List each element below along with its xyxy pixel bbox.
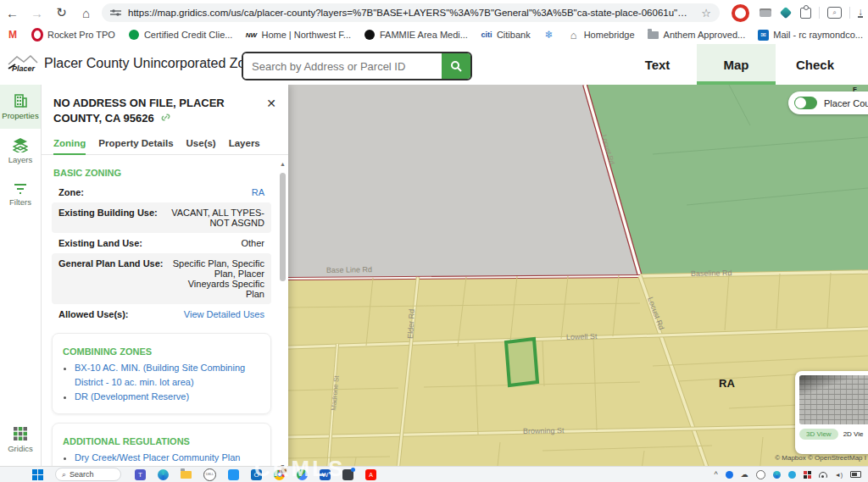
adblock-extension-icon[interactable] — [732, 4, 749, 22]
search-input[interactable] — [243, 53, 442, 79]
sidebar-item-layers[interactable]: Layers — [0, 129, 41, 173]
wifi-icon[interactable] — [819, 472, 827, 478]
home-icon[interactable]: ⌂ — [74, 6, 98, 20]
map-attribution[interactable]: © Mapbox © OpenStreetMap I — [775, 454, 866, 462]
teams-icon[interactable]: T — [135, 469, 146, 480]
scrollbar-thumb[interactable] — [280, 173, 286, 281]
close-icon[interactable]: ✕ — [266, 97, 276, 110]
bookmark-snowflake[interactable]: ❄ — [543, 29, 555, 41]
url-text[interactable]: https://map.gridics.com/us/ca/placer-cou… — [128, 8, 694, 18]
nav-map-button[interactable]: Map — [697, 44, 776, 85]
certified-credit-icon — [128, 29, 140, 41]
windows-start-icon[interactable] — [32, 469, 43, 480]
bookmark-citibank[interactable]: citiCitibank — [481, 29, 531, 41]
taskbar-search[interactable]: ⌕ Search — [55, 468, 121, 481]
maps-app-icon[interactable] — [297, 469, 308, 480]
taskbar-search-label: Search — [70, 470, 94, 479]
combining-zones-card: COMBINING ZONES BX-10 AC. MIN. (Building… — [52, 333, 271, 413]
sidebar-item-filters[interactable]: Filters — [0, 173, 41, 217]
scroll-up-arrow[interactable]: ▲ — [278, 161, 287, 167]
dell-icon[interactable]: DELL — [203, 468, 216, 481]
file-explorer-icon[interactable] — [181, 469, 192, 480]
dry-creek-plan-link[interactable]: Dry Creek/West Placer Community Plan — [75, 452, 240, 463]
folder-icon — [648, 29, 659, 41]
bookmark-gmail[interactable]: M — [7, 29, 19, 41]
system-tray: ^ ☁ ◄) — [715, 470, 862, 479]
sidebar-label: Filters — [9, 197, 31, 207]
forward-icon[interactable]: → — [25, 6, 49, 20]
bookmark-label: FAMMIE Area Medi... — [380, 30, 468, 40]
svg-text:Placer: Placer — [12, 64, 36, 73]
share-link-icon[interactable] — [160, 112, 171, 123]
tray-edge-icon[interactable] — [773, 471, 781, 479]
url-bar[interactable]: https://map.gridics.com/us/ca/placer-cou… — [102, 3, 720, 22]
tab-search-icon[interactable]: ⌕ — [827, 7, 842, 19]
selected-parcel[interactable] — [506, 339, 537, 385]
tab-layers[interactable]: Layers — [229, 138, 260, 154]
phone-link-icon[interactable] — [342, 469, 353, 480]
sidebar-item-properties[interactable]: Properties — [0, 85, 41, 129]
row-allowed-uses: Allowed Use(s): View Detailed Uses — [52, 304, 271, 324]
bookmark-label: Citibank — [497, 30, 531, 40]
nav-text-button[interactable]: Text — [618, 44, 697, 85]
row-zone: Zone: RA — [52, 182, 271, 202]
tray-app-icon[interactable] — [788, 471, 796, 479]
tab-property-details[interactable]: Property Details — [98, 138, 173, 154]
zoning-map[interactable]: Base Line Rd Baseline Rd Elder Rd Locust… — [288, 85, 868, 482]
downloads-icon[interactable]: ↓ — [858, 8, 863, 18]
speaker-icon[interactable]: ◄) — [835, 472, 843, 478]
minimap-satellite-thumbnail[interactable] — [799, 375, 868, 424]
tray-status-icon[interactable] — [756, 470, 765, 479]
sidebar-item-gridics[interactable]: Gridics — [0, 418, 41, 462]
tray-grid-icon[interactable] — [804, 471, 811, 479]
screen: ← → ↻ ⌂ https://map.gridics.com/us/ca/pl… — [0, 0, 868, 482]
zone-label-ra: RA — [719, 377, 735, 390]
bookmark-star-icon[interactable]: ☆ — [701, 7, 711, 19]
combining-zone-dr-link[interactable]: DR (Development Reserve) — [75, 391, 189, 402]
bookmark-anthem-folder[interactable]: Anthem Approved... — [648, 29, 746, 41]
bookmark-label: Anthem Approved... — [664, 30, 746, 40]
tray-onedrive-icon[interactable]: ☁ — [741, 470, 748, 479]
wallet-extension-icon[interactable] — [760, 8, 771, 17]
outlook-icon[interactable]: O — [251, 469, 262, 480]
tray-account-icon[interactable] — [726, 471, 733, 479]
toggle-switch[interactable] — [794, 97, 817, 109]
filter-icon — [13, 183, 28, 195]
minimap-3d-view-button[interactable]: 3D View — [799, 429, 838, 440]
view-detailed-uses-link[interactable]: View Detailed Uses — [184, 309, 264, 319]
panel-scrollbar[interactable]: ▲ ▼ — [278, 161, 287, 469]
bookmark-northwest[interactable]: NWHome | Northwest F... — [245, 29, 351, 41]
zone-link[interactable]: RA — [252, 187, 264, 197]
reload-icon[interactable]: ↻ — [49, 5, 74, 20]
bookmark-certified-credit[interactable]: Certified Credit Clie... — [128, 29, 233, 41]
tab-uses[interactable]: Use(s) — [186, 138, 216, 154]
edge-icon[interactable] — [158, 469, 169, 480]
bookmark-fammie[interactable]: FAMMIE Area Medi... — [364, 29, 468, 41]
panel-content: BASIC ZONING Zone: RA Existing Building … — [41, 155, 288, 482]
extensions-puzzle-icon[interactable] — [800, 8, 811, 19]
bookmark-homebridge[interactable]: ⌂Homebridge — [568, 29, 635, 41]
battery-icon[interactable] — [850, 471, 861, 478]
gem-extension-icon[interactable] — [782, 8, 790, 17]
bookmark-label: Home | Northwest F... — [261, 30, 351, 40]
bookmark-mail[interactable]: ✉Mail - rc raymondco... — [758, 30, 863, 41]
bookmark-rocket-pro[interactable]: Rocket Pro TPO — [31, 29, 115, 41]
back-icon[interactable]: ← — [0, 6, 25, 20]
acrobat-icon[interactable]: A — [365, 469, 376, 480]
app-header: Placer Placer County Unincorporated Zoni… — [0, 44, 868, 85]
combining-zone-bx10-link[interactable]: BX-10 AC. MIN. (Building Site Combining … — [75, 363, 245, 387]
photos-icon[interactable] — [228, 469, 239, 480]
word-icon[interactable]: W — [320, 469, 331, 480]
minimap-2d-view-button[interactable]: 2D Vie — [843, 430, 864, 438]
placer-county-logo[interactable]: Placer — [7, 53, 39, 76]
street-label-lowell-st: Lowell St — [566, 332, 598, 341]
search-icon: ⌕ — [62, 470, 66, 479]
map-canvas[interactable]: Base Line Rd Baseline Rd Elder Rd Locust… — [288, 85, 868, 482]
nav-check-button[interactable]: Check — [776, 44, 854, 85]
county-layer-toggle[interactable]: Placer Count — [788, 91, 868, 114]
tab-zoning[interactable]: Zoning — [53, 138, 86, 155]
search-button[interactable] — [442, 53, 470, 79]
site-settings-icon[interactable] — [110, 8, 121, 17]
tray-chevron-up-icon[interactable]: ^ — [715, 470, 718, 479]
chrome-profile-icon[interactable] — [274, 469, 285, 480]
